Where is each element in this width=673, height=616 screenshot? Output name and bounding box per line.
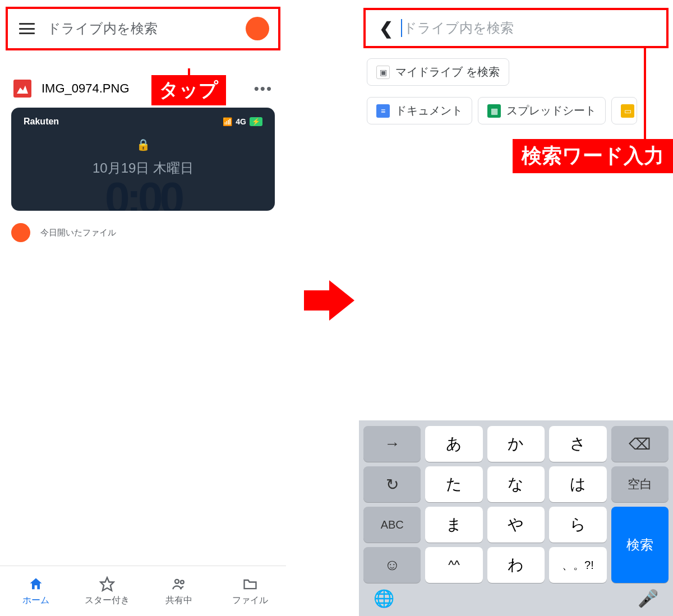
kb-key-kaomoji[interactable]: ^^ <box>425 547 482 583</box>
thumb-clock: 0:00 <box>24 185 262 211</box>
soft-keyboard: → あ か さ ⌫ ↻ た な は 空白 ABC ま や ら 検索 ☺ ^^ わ… <box>359 420 673 616</box>
kb-tab-key[interactable]: → <box>363 426 421 462</box>
network-label: 4G <box>236 117 246 126</box>
lock-icon: 🔒 <box>24 138 262 151</box>
kb-search-key[interactable]: 検索 <box>611 507 669 583</box>
nav-home-label: ホーム <box>22 595 49 606</box>
legend-label: 今日開いたファイル <box>40 228 116 238</box>
kb-key-ra[interactable]: ら <box>549 507 606 543</box>
mic-icon[interactable]: 🎤 <box>638 589 658 608</box>
folder-icon <box>242 576 259 592</box>
kb-emoji-key[interactable]: ☺ <box>363 547 421 583</box>
search-placeholder: ドライブ内を検索 <box>403 19 514 37</box>
nav-shared[interactable]: 共有中 <box>143 566 215 616</box>
globe-icon[interactable]: 🌐 <box>374 589 394 608</box>
legend-row: 今日開いたファイル <box>11 223 275 242</box>
kb-key-ya[interactable]: や <box>487 507 545 543</box>
signal-icon: 📶 <box>223 117 232 126</box>
kb-key-na[interactable]: な <box>487 466 545 502</box>
svg-point-2 <box>181 581 184 584</box>
image-file-icon <box>13 80 31 98</box>
sheets-icon: ▦ <box>487 104 501 118</box>
chip-slides[interactable]: ▭ <box>611 97 637 124</box>
annotation-search-input-label: 検索ワード入力 <box>513 139 673 173</box>
annotation-search-input: 検索ワード入力 <box>513 139 673 173</box>
back-icon[interactable]: ❮ <box>371 18 401 38</box>
file-thumbnail[interactable]: Rakuten 📶 4G ⚡ 🔒 10月19日 木曜日 0:00 <box>11 108 275 211</box>
svg-point-1 <box>175 580 179 583</box>
star-icon <box>99 576 116 592</box>
nav-files[interactable]: ファイル <box>215 566 287 616</box>
thumb-status-icons: 📶 4G ⚡ <box>223 117 262 127</box>
kb-key-sa[interactable]: さ <box>549 426 606 462</box>
chip-mydrive[interactable]: ▣ マイドライブ を検索 <box>367 58 509 86</box>
nav-starred[interactable]: スター付き <box>72 566 144 616</box>
kb-key-ka[interactable]: か <box>487 426 545 462</box>
account-avatar[interactable] <box>246 17 269 40</box>
svg-marker-0 <box>101 577 114 590</box>
drive-search-screen: ❮ ドライブ内を検索 ▣ マイドライブ を検索 ≡ ドキュメント ▦ スプレッド… <box>359 0 673 616</box>
kb-key-wa[interactable]: わ <box>487 547 545 583</box>
docs-icon: ≡ <box>376 104 390 118</box>
nav-starred-label: スター付き <box>85 595 130 606</box>
kb-key-ha[interactable]: は <box>549 466 606 502</box>
kb-undo-key[interactable]: ↻ <box>363 466 421 502</box>
kb-abc-key[interactable]: ABC <box>363 507 421 543</box>
kb-key-punct[interactable]: 、。?! <box>549 547 606 583</box>
annotation-tap-label: タップ <box>151 75 226 105</box>
chip-sheets[interactable]: ▦ スプレッドシート <box>478 97 606 124</box>
home-icon <box>27 576 44 592</box>
chip-docs-label: ドキュメント <box>395 103 463 118</box>
svg-marker-3 <box>304 280 354 321</box>
bottom-nav: ホーム スター付き 共有中 ファイル <box>0 566 286 616</box>
transition-arrow-icon <box>304 272 354 331</box>
annotation-tap: タップ <box>151 68 226 105</box>
search-bar[interactable]: ドライブ内を検索 <box>6 7 280 50</box>
shared-icon <box>170 576 187 592</box>
menu-icon[interactable] <box>19 23 35 34</box>
nav-shared-label: 共有中 <box>165 595 192 606</box>
kb-key-a[interactable]: あ <box>425 426 482 462</box>
battery-icon: ⚡ <box>250 117 262 126</box>
search-filter-chips: ▣ マイドライブ を検索 ≡ ドキュメント ▦ スプレッドシート ▭ <box>359 48 673 124</box>
text-cursor <box>401 19 402 37</box>
kb-key-ta[interactable]: た <box>425 466 482 502</box>
search-bar-active[interactable]: ❮ ドライブ内を検索 <box>363 8 669 48</box>
chip-docs[interactable]: ≡ ドキュメント <box>367 97 472 124</box>
kb-backspace-key[interactable]: ⌫ <box>611 426 669 462</box>
more-icon[interactable]: ••• <box>254 80 273 98</box>
file-row[interactable]: IMG_0974.PNG ••• <box>0 80 286 98</box>
legend-dot-icon <box>11 223 30 242</box>
nav-home[interactable]: ホーム <box>0 566 72 616</box>
slides-icon: ▭ <box>621 104 634 118</box>
nav-files-label: ファイル <box>232 595 268 606</box>
thumb-carrier: Rakuten <box>24 117 59 127</box>
chip-mydrive-label: マイドライブ を検索 <box>395 64 500 80</box>
chip-sheets-label: スプレッドシート <box>506 103 596 118</box>
kb-space-key[interactable]: 空白 <box>611 466 669 502</box>
drive-icon: ▣ <box>376 66 390 79</box>
search-placeholder: ドライブ内を検索 <box>47 20 246 38</box>
kb-key-ma[interactable]: ま <box>425 507 482 543</box>
drive-home-screen: ドライブ内を検索 タップ IMG_0974.PNG ••• Rakuten 📶 … <box>0 0 286 616</box>
